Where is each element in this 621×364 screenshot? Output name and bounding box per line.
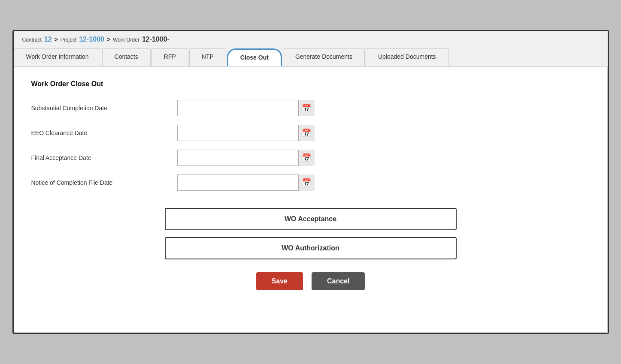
- wo-value: 12-1000-: [142, 36, 170, 43]
- cancel-button[interactable]: Cancel: [312, 272, 365, 290]
- calendar-icon-2[interactable]: 📅: [298, 150, 315, 166]
- separator-1: >: [55, 36, 58, 43]
- form-label-1: EEO Clearance Date: [31, 129, 177, 136]
- form-row-1: EEO Clearance Date📅: [31, 125, 590, 141]
- main-window: Contract 12 > Project 12-1000 > Work Ord…: [12, 30, 609, 334]
- wo-authorization-button[interactable]: WO Authorization: [165, 237, 457, 259]
- tab-close-out[interactable]: Close Out: [227, 48, 282, 66]
- calendar-icon-3[interactable]: 📅: [298, 174, 315, 191]
- contract-label: Contract: [22, 37, 42, 43]
- project-value[interactable]: 12-1000: [79, 36, 104, 43]
- breadcrumb: Contract 12 > Project 12-1000 > Work Ord…: [14, 31, 608, 43]
- form-row-2: Final Acceptance Date📅: [31, 150, 590, 166]
- date-input-0[interactable]: [177, 100, 315, 116]
- form-row-0: Substantial Completion Date📅: [31, 100, 590, 116]
- contract-value[interactable]: 12: [44, 36, 52, 43]
- project-label: Project: [61, 37, 76, 43]
- tab-ntp[interactable]: NTP: [189, 48, 226, 66]
- form-label-0: Substantial Completion Date: [31, 105, 177, 111]
- date-input-wrapper-0: 📅: [177, 100, 315, 116]
- tab-uploaded-documents[interactable]: Uploaded Documents: [366, 48, 448, 66]
- form-fields: Substantial Completion Date📅EEO Clearanc…: [31, 100, 590, 191]
- separator-2: >: [107, 36, 110, 43]
- footer-buttons: Save Cancel: [31, 272, 590, 290]
- calendar-icon-0[interactable]: 📅: [298, 100, 315, 116]
- date-input-2[interactable]: [177, 150, 315, 166]
- form-row-3: Notice of Completion File Date📅: [31, 174, 590, 191]
- tab-generate-documents[interactable]: Generate Documents: [283, 48, 365, 66]
- tab-contacts[interactable]: Contacts: [102, 48, 151, 66]
- wo-label: Work Order: [113, 37, 139, 43]
- wo-acceptance-button[interactable]: WO Acceptance: [165, 208, 457, 230]
- save-button[interactable]: Save: [256, 272, 303, 290]
- tab-rfp[interactable]: RFP: [151, 48, 188, 66]
- action-buttons-section: WO AcceptanceWO Authorization: [31, 208, 590, 259]
- tabs-bar: Work Order InformationContactsRFPNTPClos…: [14, 45, 608, 67]
- date-input-wrapper-1: 📅: [177, 125, 315, 141]
- form-label-2: Final Acceptance Date: [31, 154, 177, 161]
- calendar-icon-1[interactable]: 📅: [298, 125, 315, 141]
- form-label-3: Notice of Completion File Date: [31, 179, 177, 186]
- date-input-1[interactable]: [177, 125, 315, 141]
- tab-work-order-information[interactable]: Work Order Information: [14, 48, 101, 66]
- section-title: Work Order Close Out: [31, 80, 590, 88]
- content-area: Work Order Close Out Substantial Complet…: [14, 67, 608, 333]
- date-input-wrapper-3: 📅: [177, 174, 315, 191]
- date-input-wrapper-2: 📅: [177, 150, 315, 166]
- date-input-3[interactable]: [177, 174, 315, 191]
